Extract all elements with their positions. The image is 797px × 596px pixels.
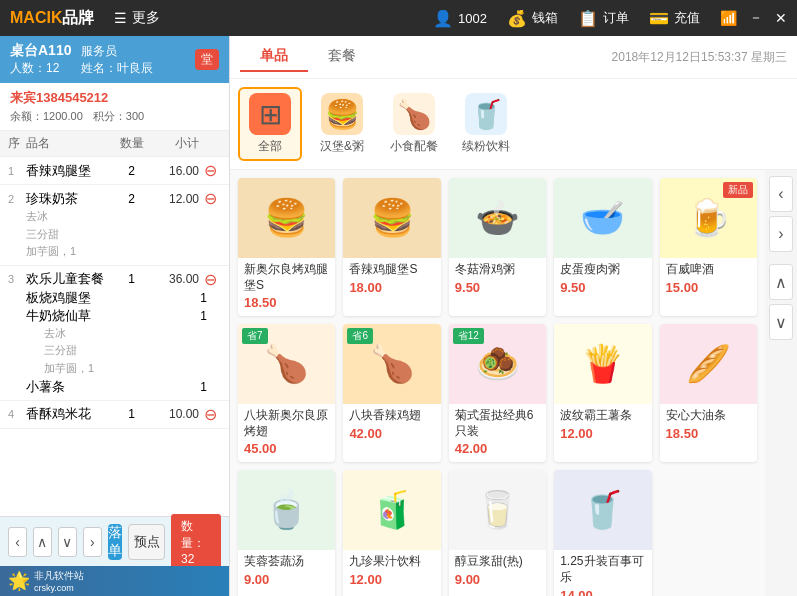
order-item-note: 去冰 (26, 208, 221, 226)
watermark-text: 非凡软件站 crsky.com (34, 569, 84, 593)
scroll-down-button[interactable]: ∨ (58, 527, 77, 557)
food-name: 芙蓉荟蔬汤 (244, 554, 329, 570)
food-image: 🥤 (554, 470, 651, 550)
arrow-collapse-button[interactable]: ∨ (769, 304, 793, 340)
scroll-left-button[interactable]: ‹ (8, 527, 27, 557)
nav-cashbox[interactable]: 💰 钱箱 (507, 9, 558, 28)
order-item-name: 香酥鸡米花 (26, 405, 114, 423)
watermark: 🌟 非凡软件站 crsky.com (0, 566, 229, 596)
food-image: 🍺 新品 (660, 178, 757, 258)
arrow-expand-button[interactable]: ∧ (769, 264, 793, 300)
food-card[interactable]: 🥖 安心大油条 18.50 (660, 324, 757, 462)
food-price: 45.00 (244, 441, 329, 456)
order-item: 4 香酥鸡米花 1 10.00 ⊖ (0, 401, 229, 429)
close-button[interactable]: ✕ (775, 10, 787, 26)
food-name: 八块香辣鸡翅 (349, 408, 434, 424)
food-image: 🍟 (554, 324, 651, 404)
category-item[interactable]: 🍗 小食配餐 (382, 87, 446, 161)
sub-item-note: 加芋圆，1 (44, 360, 221, 378)
food-card[interactable]: 🍗 省6 八块香辣鸡翅 42.00 (343, 324, 440, 462)
food-card[interactable]: 🍵 芙蓉荟蔬汤 9.00 (238, 470, 335, 596)
food-info: 八块新奥尔良原烤翅 45.00 (238, 404, 335, 462)
order-item-price: 16.00 (149, 164, 199, 178)
tang-badge: 堂 (195, 49, 219, 70)
food-image: 🍔 (238, 178, 335, 258)
order-item-idx: 4 (8, 408, 26, 420)
food-card[interactable]: 🍲 冬菇滑鸡粥 9.50 (449, 178, 546, 316)
food-name: 安心大油条 (666, 408, 751, 424)
tab-single[interactable]: 单品 (240, 42, 308, 72)
food-card[interactable]: 🧆 省12 菊式蛋挞经典6只装 42.00 (449, 324, 546, 462)
food-price: 9.00 (244, 572, 329, 587)
food-image: 🍵 (238, 470, 335, 550)
scroll-up-button[interactable]: ∧ (33, 527, 52, 557)
total-count: 数量：32 (171, 514, 221, 570)
food-card[interactable]: 🥣 皮蛋瘦肉粥 9.50 (554, 178, 651, 316)
order-item-note: 加芋圆，1 (26, 243, 221, 261)
food-price: 42.00 (349, 426, 434, 441)
food-card[interactable]: 🧃 九珍果汁饮料 12.00 (343, 470, 440, 596)
food-price: 12.00 (349, 572, 434, 587)
sub-item-note: 三分甜 (44, 342, 221, 360)
food-grid: 🍔 新奥尔良烤鸡腿堡S 18.50 🍔 香辣鸡腿堡S 18.00 🍲 冬菇滑鸡粥… (238, 178, 757, 596)
recharge-label: 充值 (674, 9, 700, 27)
tab-combo[interactable]: 套餐 (308, 42, 376, 72)
food-card[interactable]: 🍔 香辣鸡腿堡S 18.00 (343, 178, 440, 316)
cat-name: 小食配餐 (390, 138, 438, 155)
arrow-up-button[interactable]: ‹ (769, 176, 793, 212)
category-item[interactable]: 🍔 汉堡&粥 (310, 87, 374, 161)
food-info: 醇豆浆甜(热) 9.00 (449, 550, 546, 593)
order-item: 3 欢乐儿童套餐 1 36.00 ⊖ 板烧鸡腿堡 1 牛奶烧仙草 1 去冰三分甜… (0, 266, 229, 401)
settle-button[interactable]: 落单 (108, 524, 122, 560)
category-bar: ⊞ 全部🍔 汉堡&粥🍗 小食配餐🥤 续粉饮料 (230, 79, 797, 170)
order-item-qty: 1 (114, 407, 149, 421)
header-qty: 数量 (114, 135, 149, 152)
food-card[interactable]: 🍺 新品 百威啤酒 15.00 (660, 178, 757, 316)
food-name: 皮蛋瘦肉粥 (560, 262, 645, 278)
order-item-delete[interactable]: ⊖ (199, 161, 221, 180)
food-discount-badge: 省6 (347, 328, 373, 344)
order-item-delete[interactable]: ⊖ (199, 405, 221, 424)
food-info: 波纹霸王薯条 12.00 (554, 404, 651, 447)
cat-icon: ⊞ (249, 93, 291, 135)
food-name: 九珍果汁饮料 (349, 554, 434, 570)
nav-staff[interactable]: 👤 1002 (433, 9, 487, 28)
more-menu[interactable]: ☰ 更多 (114, 9, 160, 27)
points: 积分：300 (93, 109, 144, 124)
order-item-delete[interactable]: ⊖ (199, 270, 221, 289)
food-price: 12.00 (560, 426, 645, 441)
cashbox-icon: 💰 (507, 9, 527, 28)
recharge-icon: 💳 (649, 9, 669, 28)
bottom-bar: ‹ ∧ ∨ › 落单 预点 数量：32 (0, 516, 229, 566)
nav-recharge[interactable]: 💳 充值 (649, 9, 700, 28)
staff-count: 1002 (458, 11, 487, 26)
food-info: 皮蛋瘦肉粥 9.50 (554, 258, 651, 301)
nav-order[interactable]: 📋 订单 (578, 9, 629, 28)
food-image: 🧆 省12 (449, 324, 546, 404)
main-layout: 桌台A110 人数：12 服务员 姓名：叶良辰 堂 来宾1384545212 余… (0, 36, 797, 596)
food-price: 9.00 (455, 572, 540, 587)
food-card[interactable]: 🍗 省7 八块新奥尔良原烤翅 45.00 (238, 324, 335, 462)
scroll-right-button[interactable]: › (83, 527, 102, 557)
arrow-down-button[interactable]: › (769, 216, 793, 252)
order-item-qty: 2 (114, 192, 149, 206)
menu-icon: ☰ (114, 10, 127, 26)
food-info: 冬菇滑鸡粥 9.50 (449, 258, 546, 301)
food-image: 🥛 (449, 470, 546, 550)
food-new-badge: 新品 (723, 182, 753, 198)
reserve-button[interactable]: 预点 (128, 524, 165, 560)
food-card[interactable]: 🥛 醇豆浆甜(热) 9.00 (449, 470, 546, 596)
order-item-name: 珍珠奶茶 (26, 190, 114, 208)
order-item-price: 36.00 (149, 272, 199, 286)
minimize-button[interactable]: － (749, 9, 763, 27)
food-price: 18.50 (244, 295, 329, 310)
food-card[interactable]: 🍟 波纹霸王薯条 12.00 (554, 324, 651, 462)
food-price: 9.50 (560, 280, 645, 295)
category-item[interactable]: ⊞ 全部 (238, 87, 302, 161)
order-item-delete[interactable]: ⊖ (199, 189, 221, 208)
category-item[interactable]: 🥤 续粉饮料 (454, 87, 518, 161)
food-info: 1.25升装百事可乐 14.00 (554, 550, 651, 596)
food-card[interactable]: 🥤 1.25升装百事可乐 14.00 (554, 470, 651, 596)
food-card[interactable]: 🍔 新奥尔良烤鸡腿堡S 18.50 (238, 178, 335, 316)
cat-icon: 🍗 (393, 93, 435, 135)
